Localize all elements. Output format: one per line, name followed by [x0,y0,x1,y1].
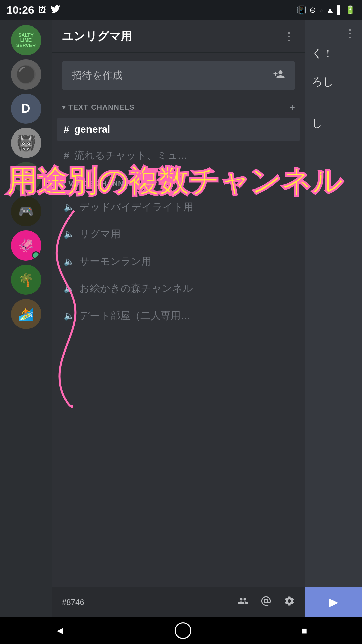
bottom-bar: #8746 [52,587,305,617]
signal-icon: ▌ [337,5,343,15]
server-name: ユンリグマ用 [62,29,132,44]
twitter-icon [50,4,60,16]
voice-channels-chevron: ▾ [62,179,66,188]
voice-icon-salmon: 🔈 [64,256,74,267]
nav-bar: ◄ ■ [0,617,362,644]
voice-name-drawing: お絵かきの森チャンネル [79,282,193,296]
status-bar: 10:26 🖼 📳 ⊖ ⬦ ▲ ▌ 🔋 [0,0,362,20]
wifi-icon: ▲ [326,5,334,15]
settings-icon[interactable] [284,595,295,609]
channel-list: ▾ TEXT CHANNELS + # general # 流れるチャット、ミュ… [52,99,305,617]
server-sidebar: SALTYLIMESERVER ⚫ D 👹 🎨 🎮 🦑 🌴 🏄 [0,20,52,617]
voice-name-ligma: リグマ用 [79,227,121,241]
server-avatar-adventure[interactable]: 🎮 [11,196,41,226]
hash-icon-flowing: # [64,150,69,161]
voice-name-dbd: デッドバイデイライト用 [79,200,193,214]
text-channels-title: TEXT CHANNELS [68,103,135,112]
text-channels-section-header[interactable]: ▾ TEXT CHANNELS + [57,99,300,116]
vibrate-icon: 📳 [297,5,307,15]
invite-text: 招待を作成 [72,69,123,83]
voice-name-salmon: サーモンラン用 [79,255,152,268]
voice-channel-drawing[interactable]: 🔈 お絵かきの森チャンネル [57,276,300,302]
channel-item-flowing[interactable]: # 流れるチャット、ミュ… [57,143,300,168]
voice-channels-section-header[interactable]: ▾ VOICE CHANNELS + [57,175,300,193]
text-channels-chevron: ▾ [62,103,66,112]
section-header-left: ▾ TEXT CHANNELS [62,103,135,112]
battery-icon: 🔋 [345,5,355,15]
status-right: 📳 ⊖ ⬦ ▲ ▌ 🔋 [297,5,355,15]
server-avatar-splatoon-ink[interactable]: 🌴 [11,265,41,295]
voice-name-date: デート部屋（二人専用… [79,309,191,323]
server-avatar-ball[interactable]: ⚫ [11,59,41,90]
invite-bar[interactable]: 招待を作成 [62,61,295,90]
server-avatar-splatoon2[interactable]: 🦑 [11,230,41,261]
channel-panel: ユンリグマ用 ⋮ 招待を作成 ▾ TEXT CHANNELS + # gener… [52,20,305,617]
voice-channel-salmon[interactable]: 🔈 サーモンラン用 [57,249,300,274]
home-button[interactable] [175,622,191,639]
voice-icon-drawing: 🔈 [64,283,74,294]
arrow-icon: ⬦ [319,5,323,15]
add-text-channel-button[interactable]: + [290,102,295,113]
mention-icon[interactable] [260,595,272,609]
server-avatar-illustration[interactable]: 🎨 [11,162,41,192]
gallery-icon: 🖼 [38,5,46,15]
server-header: ユンリグマ用 ⋮ [52,20,305,53]
voice-icon-date: 🔈 [64,311,74,321]
voice-channel-date[interactable]: 🔈 デート部屋（二人専用… [57,303,300,329]
status-left: 10:26 🖼 [7,4,60,16]
right-panel-content: く！ ろし し [305,40,362,138]
voice-channels-title: VOICE CHANNELS [68,179,139,188]
add-user-icon [273,68,285,83]
minus-circle-icon: ⊖ [309,5,316,15]
hash-icon-general: # [64,124,69,135]
channel-item-general[interactable]: # general [57,118,300,141]
voice-icon-ligma: 🔈 [64,229,74,239]
server-menu-button[interactable]: ⋮ [284,30,295,43]
status-time: 10:26 [7,4,34,16]
right-menu-button[interactable]: ⋮ [345,27,362,40]
users-icon[interactable] [237,595,249,609]
back-button[interactable]: ◄ [55,625,65,636]
send-icon: ▶ [329,595,338,609]
server-avatar-bottom[interactable]: 🏄 [11,299,41,329]
channel-name-general: general [74,124,110,135]
server-avatar-salty-lime[interactable]: SALTYLIMESERVER [11,25,41,55]
bottom-icons [237,595,295,609]
voice-section-header-left: ▾ VOICE CHANNELS [62,179,139,188]
voice-channel-ligma[interactable]: 🔈 リグマ用 [57,221,300,247]
right-panel: ⋮ く！ ろし し [305,20,362,617]
send-button[interactable]: ▶ [305,587,362,617]
recent-button[interactable]: ■ [301,625,307,636]
salty-lime-label: SALTYLIMESERVER [16,33,36,48]
voice-icon-dbd: 🔈 [64,202,74,212]
voice-channel-dbd[interactable]: 🔈 デッドバイデイライト用 [57,194,300,220]
add-voice-channel-button[interactable]: + [290,178,295,189]
server-avatar-d[interactable]: D [11,94,41,124]
server-avatar-creature[interactable]: 👹 [11,128,41,158]
user-tag: #8746 [62,598,84,607]
channel-name-flowing: 流れるチャット、ミュ… [74,149,188,162]
